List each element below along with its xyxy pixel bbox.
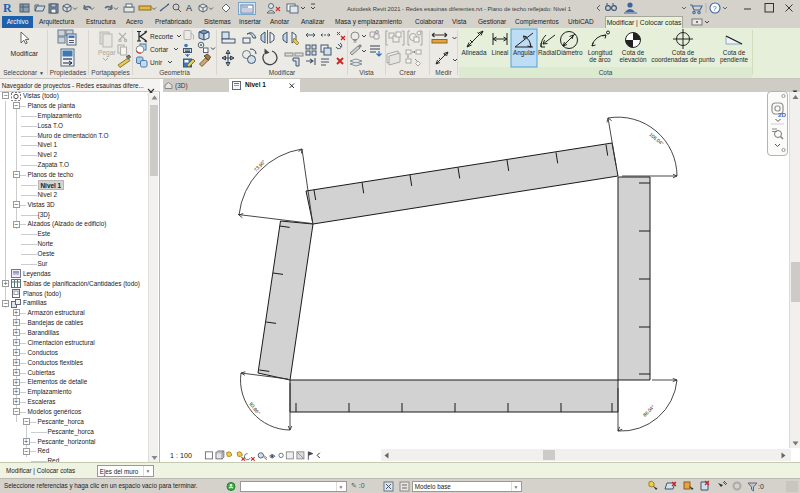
svg-text:Autodesk Revit 2021 - Redes es: Autodesk Revit 2021 - Redes esauinas dif… — [347, 6, 571, 12]
svg-text:Pegar: Pegar — [98, 49, 116, 57]
svg-text:R: R — [3, 1, 12, 15]
svg-text::0: :0 — [758, 483, 764, 490]
svg-text:?: ? — [713, 4, 717, 13]
svg-text:93.96°: 93.96° — [248, 402, 261, 416]
svg-text:86.04°: 86.04° — [642, 404, 655, 417]
svg-text:A: A — [186, 3, 192, 13]
svg-text:Modificar: Modificar — [11, 50, 39, 57]
svg-text:Recorte: Recorte — [150, 33, 173, 40]
svg-text:106.04°: 106.04° — [648, 132, 664, 147]
svg-text:Cortar: Cortar — [150, 46, 169, 53]
svg-text:Unir: Unir — [150, 59, 163, 66]
svg-text:2D: 2D — [778, 111, 786, 118]
